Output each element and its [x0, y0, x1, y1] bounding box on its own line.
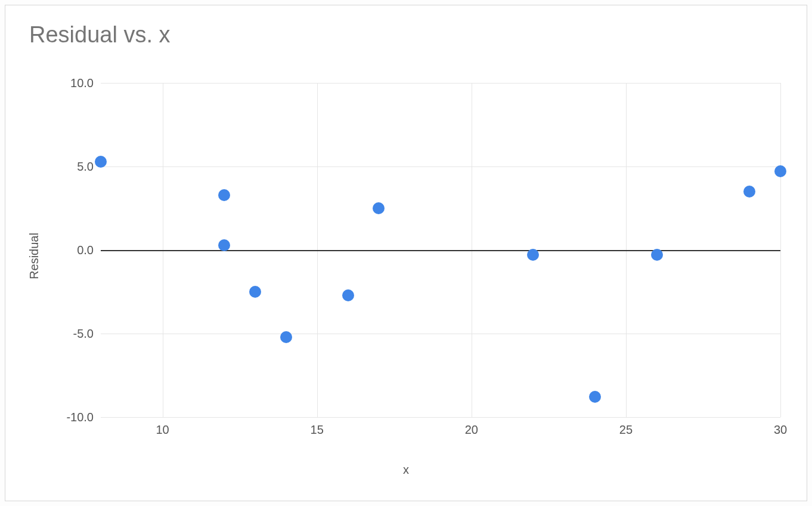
y-tick-label: -5.0 — [73, 327, 101, 341]
y-tick-label: 10.0 — [70, 76, 101, 90]
x-tick-label: 15 — [311, 417, 324, 437]
data-point — [280, 331, 292, 343]
plot-area: -10.0-5.00.05.010.01015202530 — [101, 83, 780, 417]
gridline-h — [101, 166, 780, 167]
data-point — [527, 249, 539, 261]
y-tick-label: 0.0 — [77, 243, 101, 257]
chart-container: Residual vs. x Residual x -10.0-5.00.05.… — [5, 5, 807, 501]
x-tick-label: 25 — [619, 417, 633, 437]
y-tick-label: -10.0 — [66, 411, 101, 424]
data-point — [743, 186, 755, 198]
data-point — [651, 249, 663, 261]
x-axis-label: x — [403, 463, 409, 477]
data-point — [373, 202, 385, 214]
gridline-h — [101, 334, 780, 334]
gridline-h — [101, 417, 780, 418]
zero-line — [101, 250, 780, 251]
x-tick-label: 10 — [156, 417, 169, 437]
data-point — [218, 189, 230, 201]
x-tick-label: 30 — [774, 417, 787, 437]
data-point — [218, 239, 230, 251]
chart-title: Residual vs. x — [29, 22, 171, 48]
gridline-h — [101, 83, 780, 84]
gridline-v — [780, 83, 781, 417]
data-point — [589, 391, 601, 403]
x-tick-label: 20 — [465, 417, 478, 437]
data-point — [249, 286, 261, 298]
data-point — [774, 165, 786, 177]
data-point — [95, 156, 107, 168]
data-point — [342, 289, 354, 301]
y-axis-label: Residual — [27, 233, 41, 279]
